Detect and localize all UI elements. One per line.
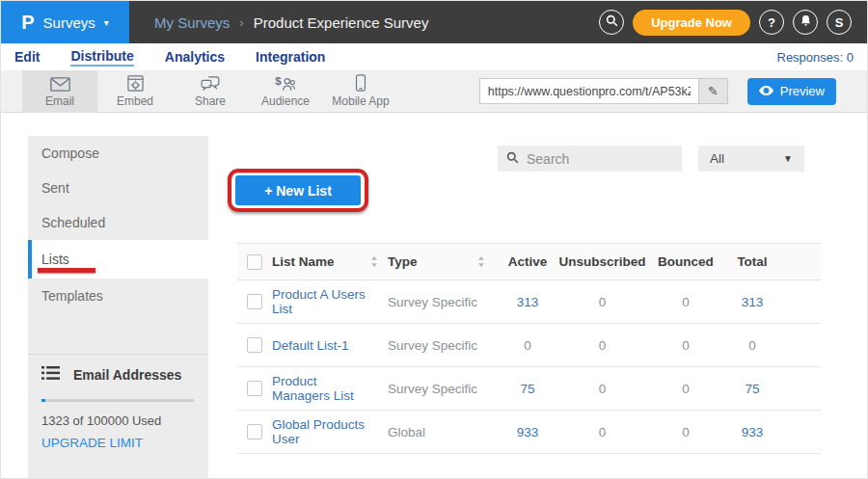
total-count[interactable]: 313	[723, 295, 781, 309]
list-name-link[interactable]: Default List-1	[272, 338, 349, 353]
distribute-toolbar: Email Embed Share $ Audience Mobile App	[1, 70, 867, 113]
email-addresses-section: Email Addresses 1323 of 100000 Used UPGR…	[41, 365, 195, 451]
survey-url-input[interactable]	[480, 85, 698, 98]
column-header-unsubscribed: Unsubscribed	[556, 254, 648, 269]
unsubscribed-count: 0	[556, 382, 648, 396]
chevron-down-icon: ▾	[104, 17, 109, 28]
list-type: Survey Specific	[388, 382, 477, 396]
email-envelope-icon	[50, 74, 70, 92]
column-header-active: Active	[499, 254, 556, 269]
list-name-link[interactable]: Product Managers List	[272, 374, 378, 403]
bounced-count: 0	[648, 295, 723, 309]
search-button[interactable]	[599, 10, 624, 35]
sort-icon[interactable]	[477, 256, 485, 267]
toolbar-item-label: Email	[45, 94, 74, 108]
bounced-count: 0	[648, 382, 723, 396]
bounced-count: 0	[648, 338, 723, 353]
responses-count: Responses: 0	[777, 50, 868, 65]
page-title: Product Experience Survey	[254, 14, 429, 31]
unsubscribed-count: 0	[556, 338, 648, 353]
breadcrumb: My Surveys › Product Experience Survey	[154, 14, 428, 31]
total-count: 0	[723, 338, 781, 353]
list-filter-dropdown[interactable]: All ▼	[698, 146, 804, 172]
table-header-row: List Name Type Active Unsubscribed Bounc…	[237, 243, 821, 280]
row-checkbox[interactable]	[247, 294, 262, 309]
chevron-down-icon: ▼	[783, 153, 793, 164]
sort-icon[interactable]	[370, 256, 378, 267]
survey-nav-tabs: Edit Distribute Analytics Integration Re…	[1, 43, 867, 70]
email-addresses-title: Email Addresses	[73, 367, 181, 383]
svg-text:$: $	[275, 75, 282, 87]
column-header-total: Total	[723, 254, 781, 269]
upgrade-limit-link[interactable]: UPGRADE LIMIT	[41, 436, 143, 450]
list-name-link[interactable]: Global Products User	[272, 417, 378, 446]
questionpro-logo-icon: P	[21, 13, 34, 32]
survey-url-field: ✎	[479, 78, 728, 104]
sidebar-item-scheduled[interactable]: Scheduled	[28, 205, 208, 240]
total-count[interactable]: 75	[723, 382, 781, 396]
total-count[interactable]: 933	[723, 425, 781, 439]
mobile-phone-icon	[355, 74, 366, 92]
list-name-link[interactable]: Product A Users List	[272, 287, 378, 316]
tab-edit[interactable]: Edit	[14, 49, 40, 66]
address-list-icon	[41, 365, 60, 384]
row-checkbox[interactable]	[247, 337, 262, 353]
select-all-checkbox[interactable]	[247, 254, 262, 270]
embed-window-icon	[127, 74, 144, 92]
list-type: Survey Specific	[388, 338, 477, 353]
toolbar-item-label: Embed	[117, 94, 153, 108]
topbar-actions: Upgrade Now ? S	[599, 10, 867, 36]
new-list-button[interactable]: + New List	[235, 175, 361, 205]
email-usage-progress-fill	[41, 399, 45, 402]
active-count[interactable]: 313	[499, 295, 556, 309]
edit-url-button[interactable]: ✎	[698, 79, 727, 103]
email-lists-table: List Name Type Active Unsubscribed Bounc…	[237, 243, 821, 454]
table-row: Global Products User Global 933 0 0 933	[237, 411, 821, 454]
search-icon	[606, 14, 618, 30]
table-row: Default List-1 Survey Specific 0 0 0 0	[237, 324, 821, 367]
toolbar-item-embed[interactable]: Embed	[97, 70, 173, 113]
toolbar-item-audience[interactable]: $ Audience	[248, 70, 323, 113]
toolbar-item-share[interactable]: Share	[173, 70, 248, 113]
search-icon	[506, 150, 519, 168]
upgrade-now-button[interactable]: Upgrade Now	[633, 10, 750, 36]
column-header-bounced: Bounced	[648, 254, 723, 269]
breadcrumb-my-surveys[interactable]: My Surveys	[154, 14, 230, 31]
list-type: Survey Specific	[388, 295, 477, 309]
row-checkbox[interactable]	[247, 424, 262, 439]
active-count[interactable]: 933	[499, 425, 556, 439]
avatar-initial: S	[835, 15, 844, 30]
preview-button[interactable]: Preview	[747, 78, 836, 105]
sidebar-divider	[28, 354, 208, 355]
sidebar-item-lists[interactable]: Lists	[28, 240, 208, 279]
table-row: Product A Users List Survey Specific 313…	[237, 280, 821, 324]
sidebar-item-templates[interactable]: Templates	[28, 279, 208, 313]
surveys-product-menu[interactable]: P Surveys ▾	[1, 1, 129, 43]
bell-icon	[800, 14, 812, 31]
tab-integration[interactable]: Integration	[256, 49, 325, 66]
list-search-box	[498, 146, 682, 172]
table-row: Product Managers List Survey Specific 75…	[237, 367, 821, 411]
column-header-type: Type	[388, 254, 418, 269]
tab-analytics[interactable]: Analytics	[165, 49, 225, 66]
active-count[interactable]: 75	[499, 382, 556, 396]
sidebar-item-compose[interactable]: Compose	[28, 136, 208, 171]
list-type: Global	[388, 425, 425, 439]
avatar[interactable]: S	[827, 10, 852, 35]
email-usage-text: 1323 of 100000 Used	[41, 413, 195, 428]
audience-people-icon: $	[275, 74, 296, 92]
notifications-button[interactable]	[793, 10, 818, 35]
toolbar-item-email[interactable]: Email	[22, 70, 97, 113]
column-header-list-name: List Name	[272, 254, 335, 269]
list-search-input[interactable]	[527, 151, 673, 167]
bounced-count: 0	[648, 425, 723, 439]
toolbar-item-label: Share	[195, 94, 226, 108]
share-bubbles-icon	[201, 74, 220, 92]
sidebar-item-sent[interactable]: Sent	[28, 171, 208, 205]
row-checkbox[interactable]	[247, 381, 262, 396]
help-button[interactable]: ?	[759, 10, 784, 35]
toolbar-item-mobile-app[interactable]: Mobile App	[323, 70, 398, 113]
tab-distribute[interactable]: Distribute	[70, 48, 133, 67]
toolbar-item-label: Mobile App	[332, 94, 389, 108]
unsubscribed-count: 0	[556, 295, 648, 309]
